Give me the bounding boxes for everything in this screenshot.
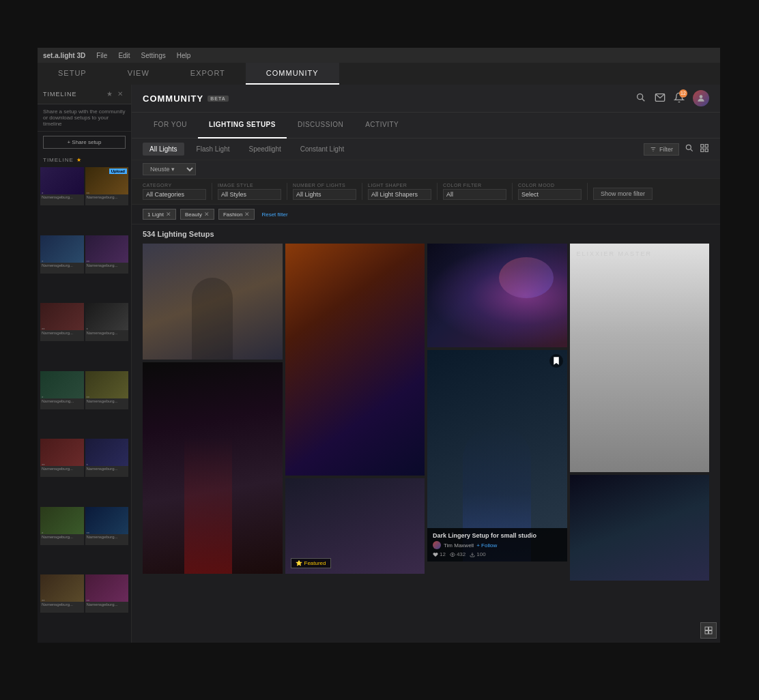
mail-icon[interactable] bbox=[655, 92, 665, 105]
timeline-item-stars: ** bbox=[42, 463, 45, 467]
share-setup-button[interactable]: + Share setup bbox=[43, 136, 126, 149]
timeline-item-image bbox=[40, 439, 84, 466]
menu-file[interactable]: File bbox=[96, 52, 107, 59]
timeline-item[interactable]: Namensgeburg... ** bbox=[40, 303, 84, 341]
timeline-item-label: Namensgeburg... bbox=[85, 194, 129, 200]
sidebar-header: TIMELINE ★ ✕ bbox=[38, 85, 131, 104]
remove-chip-beauty[interactable]: ✕ bbox=[204, 211, 210, 218]
light-tab-constant[interactable]: Constant Light bbox=[293, 143, 352, 156]
timeline-item[interactable]: Namensgeburg... * bbox=[85, 303, 129, 341]
timeline-item-label: Namensgeburg... bbox=[85, 534, 129, 540]
timeline-item-stars: * bbox=[42, 260, 43, 264]
light-tab-flash[interactable]: Flash Light bbox=[190, 143, 237, 156]
color-mood-label: COLOR MOOD bbox=[518, 183, 582, 188]
grid-view-icon[interactable] bbox=[700, 143, 709, 155]
light-shaper-label: LIGHT SHAPER bbox=[368, 183, 431, 188]
timeline-item[interactable]: Namensgeburg... ** bbox=[40, 574, 84, 613]
filter-chip-1light: 1 Light ✕ bbox=[143, 209, 176, 220]
timeline-item-stars: ** bbox=[87, 599, 90, 603]
gallery-item[interactable] bbox=[143, 362, 283, 574]
close-icon[interactable]: ✕ bbox=[117, 90, 126, 98]
menu-help[interactable]: Help bbox=[177, 52, 191, 59]
nav-discussion[interactable]: DISCUSSION bbox=[287, 113, 354, 138]
category-select[interactable]: All Categories Portrait Fashion Beauty bbox=[143, 189, 206, 200]
timeline-item[interactable]: Namensgeburg... ** bbox=[40, 439, 84, 477]
light-tab-speedlight[interactable]: Speedlight bbox=[242, 143, 288, 156]
follow-link[interactable]: + Follow bbox=[476, 542, 497, 549]
card-stats: 12 432 100 bbox=[433, 551, 562, 557]
menu-settings[interactable]: Settings bbox=[141, 52, 166, 59]
remove-chip-1light[interactable]: ✕ bbox=[166, 211, 171, 218]
notification-icon[interactable]: 12 bbox=[674, 92, 685, 105]
svg-point-7 bbox=[686, 145, 691, 149]
timeline-item[interactable]: Namensgeburg... * bbox=[40, 235, 84, 274]
remove-chip-fashion[interactable]: ✕ bbox=[244, 211, 250, 218]
timeline-item[interactable]: Namensgebung... * bbox=[40, 371, 84, 409]
nav-for-you[interactable]: FOR YOU bbox=[143, 113, 198, 138]
gallery-item[interactable] bbox=[285, 244, 425, 476]
timeline-section-label: TIMELINE ★ bbox=[38, 153, 131, 166]
timeline-label: TIMELINE bbox=[43, 91, 77, 98]
tab-community[interactable]: COMMUNITY bbox=[246, 63, 339, 85]
image-style-select[interactable]: All Styles Color B&W bbox=[218, 189, 281, 200]
timeline-item[interactable]: Upload Namensgeburg... ** bbox=[85, 167, 129, 205]
svg-rect-12 bbox=[705, 149, 708, 151]
gallery-image bbox=[143, 244, 283, 360]
filter-actions: Show more filter bbox=[588, 183, 658, 200]
star-icon[interactable]: ★ bbox=[106, 90, 115, 98]
avatar[interactable] bbox=[693, 90, 709, 106]
timeline-item[interactable]: Namensgeburg... ** bbox=[85, 235, 129, 274]
timeline-item[interactable]: Namensgeburg... * bbox=[40, 507, 84, 545]
svg-rect-17 bbox=[705, 631, 708, 635]
timeline-item-stars: * bbox=[42, 531, 43, 536]
menu-edit[interactable]: Edit bbox=[118, 52, 130, 59]
light-tab-all[interactable]: All Lights bbox=[143, 143, 184, 156]
timeline-item-image bbox=[85, 574, 129, 602]
timeline-item[interactable]: Namensgeburg... * bbox=[85, 439, 129, 477]
timeline-item-image bbox=[40, 167, 84, 194]
gallery-item-with-card[interactable]: Dark Lingery Setup for small studio Tim … bbox=[427, 350, 567, 562]
app-title: set.a.light 3D bbox=[43, 52, 85, 59]
timeline-item-stars: * bbox=[87, 327, 88, 332]
tab-export[interactable]: EXPORT bbox=[170, 63, 246, 85]
gallery-item[interactable] bbox=[570, 475, 710, 581]
timeline-item[interactable]: Namensgeburg... ** bbox=[85, 371, 129, 409]
gallery-col-4: ELIXXIER MASTER bbox=[570, 244, 710, 637]
main-panel: COMMUNITY BETA 12 bbox=[132, 85, 720, 643]
color-mood-select[interactable]: Select Warm Cool bbox=[518, 189, 582, 200]
filter-button[interactable]: Filter bbox=[644, 143, 679, 156]
tab-setup[interactable]: SETUP bbox=[38, 63, 107, 85]
content-area: TIMELINE ★ ✕ Share a setup with the comm… bbox=[38, 85, 720, 643]
timeline-item-image bbox=[85, 507, 129, 534]
timeline-item[interactable]: Namensgeburg... ** bbox=[85, 574, 129, 613]
sort-dropdown[interactable]: Neuste ▾ Popular Most Liked bbox=[143, 163, 196, 175]
bottom-right-button[interactable] bbox=[700, 622, 717, 639]
timeline-item-label: Namensgeburg... bbox=[85, 602, 129, 607]
reset-filter-link[interactable]: Reset filter bbox=[261, 212, 287, 218]
community-logo: COMMUNITY BETA bbox=[143, 93, 229, 104]
show-more-filter-button[interactable]: Show more filter bbox=[593, 188, 653, 200]
timeline-item-stars: ** bbox=[87, 192, 90, 196]
color-filter-select[interactable]: All Red Blue Green bbox=[443, 189, 506, 200]
timeline-item[interactable]: Namensgeburg... ** bbox=[85, 507, 129, 545]
timeline-item-image bbox=[40, 574, 84, 602]
gallery-image bbox=[570, 244, 710, 472]
nav-lighting-setups[interactable]: LIGHTING SETUPS bbox=[198, 113, 287, 138]
search-small-icon[interactable] bbox=[685, 143, 694, 155]
timeline-item-label: Namensgeburg... bbox=[40, 602, 84, 607]
num-lights-select[interactable]: All Lights 1 Light 2 Lights 3 Lights bbox=[293, 189, 356, 200]
bookmark-icon[interactable] bbox=[549, 354, 563, 368]
gallery-item-elixxier[interactable]: ELIXXIER MASTER bbox=[570, 244, 710, 472]
gallery-item[interactable] bbox=[427, 244, 567, 347]
card-title: Dark Lingery Setup for small studio bbox=[433, 532, 562, 539]
tab-view[interactable]: VIEW bbox=[107, 63, 170, 85]
svg-rect-10 bbox=[705, 145, 708, 147]
light-shaper-select[interactable]: All Light Shapers Softbox Umbrella bbox=[368, 189, 431, 200]
gallery-item[interactable] bbox=[143, 244, 283, 360]
nav-activity[interactable]: ACTIVITY bbox=[354, 113, 410, 138]
svg-line-8 bbox=[690, 149, 692, 151]
card-author: Tim Maxwell + Follow bbox=[433, 541, 562, 549]
search-icon[interactable] bbox=[635, 92, 646, 105]
timeline-item[interactable]: Namensgeburg... * bbox=[40, 167, 84, 205]
gallery-item-featured[interactable]: ⭐ Featured bbox=[285, 478, 425, 574]
